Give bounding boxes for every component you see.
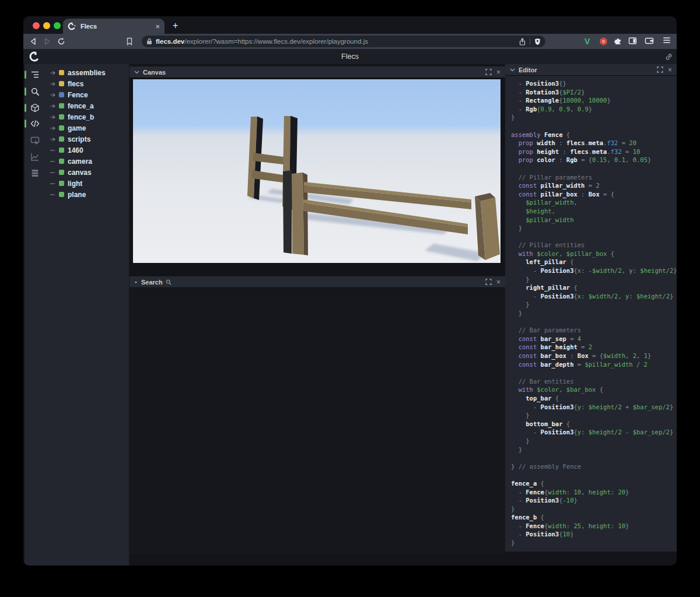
code-line: top_bar {: [511, 394, 677, 403]
expand-arrow-icon[interactable]: [50, 71, 59, 75]
active-indicator: [24, 104, 26, 112]
code-line: $pillar_width: [511, 216, 677, 224]
tree-item-label: 1460: [68, 146, 83, 154]
lock-icon: [146, 38, 152, 45]
code-line: }: [511, 539, 677, 547]
code-line: // Bar entities: [511, 377, 677, 386]
active-indicator: [24, 87, 26, 96]
rail-data-button[interactable]: [30, 168, 40, 178]
code-line: right_pillar {: [511, 283, 677, 292]
code-line: prop height : flecs.meta.f32 = 10: [511, 148, 677, 156]
tree-item-assemblies[interactable]: assemblies: [46, 67, 129, 78]
close-panel-icon[interactable]: ×: [496, 69, 501, 76]
code-line: - Position3{x: $width/2, y: $height/2}: [511, 292, 677, 301]
link-icon[interactable]: [665, 53, 673, 61]
leaf-dash-icon: [50, 170, 59, 175]
code-line: const pillar_box : Box = {: [511, 190, 677, 199]
extensions-puzzle-icon[interactable]: [614, 37, 622, 45]
bookmark-icon[interactable]: [126, 37, 133, 45]
rail-entities-button[interactable]: [30, 103, 40, 113]
app-body: assembliesflecsFencefence_afence_bgamesc…: [23, 64, 677, 566]
code-line: const bar_height = 2: [511, 343, 677, 352]
browser-tab[interactable]: Flecs ×: [63, 19, 164, 34]
tree-item-1460[interactable]: 1460: [46, 145, 129, 156]
tree-item-plane[interactable]: plane: [46, 189, 129, 200]
tree-item-Fence[interactable]: Fence: [46, 89, 129, 100]
tree-item-camera[interactable]: camera: [46, 156, 129, 167]
entity-color-square: [59, 114, 64, 120]
code-line: - Position3{x: -$width/2, y: $height/2}: [511, 266, 677, 275]
code-line: }: [511, 224, 677, 233]
fullscreen-icon[interactable]: [485, 69, 492, 75]
divider: [530, 38, 530, 45]
stack-icon: [30, 168, 40, 178]
back-icon[interactable]: [29, 37, 37, 45]
search-panel-body[interactable]: [130, 288, 505, 554]
close-panel-icon[interactable]: ×: [668, 66, 672, 73]
tree-item-fence_b[interactable]: fence_b: [46, 111, 129, 122]
code-line: prop color : Rgb = {0.15, 0.1, 0.05}: [511, 156, 677, 164]
expand-arrow-icon[interactable]: [50, 82, 59, 86]
tree-item-fence_a[interactable]: fence_a: [46, 100, 129, 111]
entity-color-square: [59, 92, 64, 97]
canvas-3d-view[interactable]: [133, 79, 501, 263]
code-line: }: [511, 300, 677, 309]
expand-arrow-icon[interactable]: [50, 137, 59, 142]
tab-close-icon[interactable]: ×: [155, 22, 160, 31]
editor-panel-title: Editor: [519, 66, 537, 73]
expand-arrow-icon[interactable]: [50, 93, 59, 97]
tree-item-flecs[interactable]: flecs: [46, 78, 129, 89]
browser-menu-icon[interactable]: [663, 37, 671, 44]
code-line: assembly Fence {: [511, 131, 677, 139]
code-line: - Position3{}: [511, 79, 677, 88]
new-tab-button[interactable]: +: [169, 21, 181, 30]
tree-item-game[interactable]: game: [46, 122, 129, 134]
page-title: Flecs: [23, 52, 677, 61]
flecs-favicon: [68, 22, 76, 30]
share-icon[interactable]: [519, 38, 526, 45]
url-path: /explorer/?wasm=https://www.flecs.dev/ex…: [184, 38, 519, 45]
browser-window: Flecs × + flecs.dev /explorer/?wasm=http…: [23, 16, 677, 566]
tree-item-light[interactable]: light: [46, 178, 129, 189]
code-line: // Bar parameters: [511, 326, 677, 335]
code-line: const pillar_width = 2: [511, 181, 677, 190]
red-hexagon-extension-icon[interactable]: [599, 37, 608, 46]
code-line: $height,: [511, 207, 677, 216]
browser-toolbar: flecs.dev /explorer/?wasm=https://www.fl…: [23, 34, 677, 49]
tree-item-label: canvas: [68, 168, 92, 177]
tree-item-canvas[interactable]: canvas: [46, 167, 129, 178]
sidebar-panel-icon[interactable]: [628, 37, 637, 45]
entity-color-square: [59, 103, 64, 108]
close-panel-icon[interactable]: ×: [496, 279, 501, 286]
tree-item-label: fence_a: [68, 102, 94, 110]
rail-search-button[interactable]: [30, 87, 40, 96]
inspector-icon: [30, 136, 40, 145]
close-window-button[interactable]: [33, 22, 40, 29]
reload-icon[interactable]: [57, 37, 65, 45]
expand-arrow-icon[interactable]: [50, 104, 59, 108]
vue-devtools-extension-icon[interactable]: V: [584, 37, 590, 46]
rail-entity-tree-button[interactable]: [30, 70, 40, 79]
code-editor[interactable]: - Position3{} - Rotation3{$PI/2} - Recta…: [505, 76, 677, 552]
rail-inspector-button[interactable]: [30, 136, 40, 145]
tree-item-scripts[interactable]: scripts: [46, 134, 129, 145]
tree-item-label: light: [68, 180, 82, 188]
address-bar[interactable]: flecs.dev /explorer/?wasm=https://www.fl…: [142, 36, 545, 47]
chevron-down-icon[interactable]: [134, 71, 139, 74]
brave-shield-icon[interactable]: [534, 38, 541, 45]
fullscreen-icon[interactable]: [485, 279, 492, 285]
rail-editor-button[interactable]: [30, 119, 40, 128]
maximize-window-button[interactable]: [54, 22, 61, 29]
forward-icon[interactable]: [43, 37, 51, 45]
minimize-window-button[interactable]: [43, 22, 50, 29]
fullscreen-icon[interactable]: [657, 66, 663, 73]
code-line: - Position3{y: $height/2 + $bar_sep/2}: [511, 403, 677, 412]
chevron-down-icon[interactable]: [510, 68, 515, 72]
entity-color-square: [59, 81, 64, 86]
expand-arrow-icon[interactable]: [50, 115, 59, 120]
expand-arrow-icon[interactable]: [50, 126, 59, 131]
rail-stats-button[interactable]: [30, 152, 40, 161]
sidebar-icon-rail: [24, 64, 46, 566]
collapsed-dot-icon[interactable]: [134, 280, 138, 284]
wallet-icon[interactable]: [645, 37, 654, 45]
